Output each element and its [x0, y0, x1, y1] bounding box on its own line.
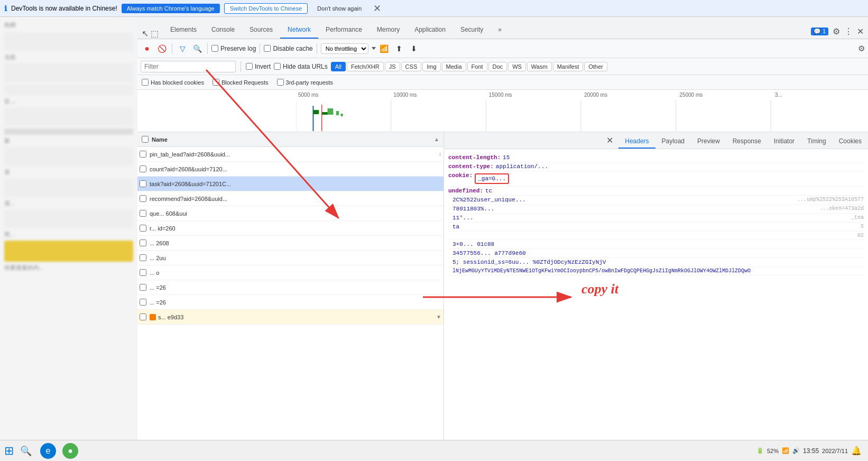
settings-icon[interactable]: ⚙	[833, 26, 840, 36]
network-row-8[interactable]: ... o	[137, 265, 444, 280]
detail-content[interactable]: content-length: 15 content-type: applica…	[444, 149, 868, 461]
row-9-checkbox[interactable]	[140, 284, 146, 291]
tab-bar: ↖ ⬚ Elements Console Sources Network Per…	[137, 17, 868, 39]
download-icon[interactable]: ⬇	[408, 42, 420, 55]
row-10-name: ... =26	[150, 299, 441, 306]
filter-wasm[interactable]: Wasm	[527, 62, 552, 71]
invert-checkbox[interactable]	[246, 63, 253, 70]
filter-manifest[interactable]: Manifest	[553, 62, 584, 71]
invert-label[interactable]: Invert	[246, 63, 271, 70]
select-all-checkbox[interactable]	[142, 136, 149, 143]
detail-tab-response[interactable]: Response	[726, 135, 768, 149]
filter-img[interactable]: Img	[422, 62, 440, 71]
network-row-7[interactable]: ... 2uu	[137, 251, 444, 265]
detail-tab-timing[interactable]: Timing	[801, 135, 833, 149]
filter-doc[interactable]: Doc	[488, 62, 507, 71]
preserve-log-label[interactable]: Preserve log	[211, 45, 256, 52]
upload-icon[interactable]: ⬆	[393, 42, 405, 55]
disable-cache-checkbox[interactable]	[264, 45, 271, 52]
tab-more[interactable]: »	[491, 22, 509, 39]
header-value-4: 2C%2522user_unique... ...ump%2522%253A16…	[448, 196, 864, 205]
hide-data-urls-checkbox[interactable]	[274, 63, 281, 70]
filter-js[interactable]: JS	[385, 62, 400, 71]
scroll-up-icon[interactable]: ▲	[434, 136, 439, 142]
tab-application[interactable]: Application	[407, 22, 453, 39]
filter-font[interactable]: Font	[467, 62, 487, 71]
preserve-log-checkbox[interactable]	[211, 45, 218, 52]
row-3-checkbox[interactable]	[140, 195, 146, 202]
network-row-2[interactable]: task?aid=2608&uuid=71201C...	[137, 177, 444, 191]
filter-input[interactable]	[141, 61, 236, 72]
third-party-label[interactable]: 3rd-party requests	[277, 79, 333, 86]
filter-ws[interactable]: WS	[508, 62, 526, 71]
row-4-checkbox[interactable]	[140, 210, 146, 217]
record-button[interactable]: ●	[141, 42, 153, 55]
network-row-1[interactable]: count?aid=2608&uuid=7120...	[137, 162, 444, 177]
third-party-checkbox[interactable]	[277, 79, 284, 86]
network-row-5[interactable]: r... id=260	[137, 221, 444, 236]
match-language-button[interactable]: Always match Chrome's language	[122, 4, 220, 13]
detail-tab-payload[interactable]: Payload	[655, 135, 691, 149]
filter-all[interactable]: All	[331, 62, 346, 71]
chat-badge[interactable]: 💬 1	[811, 27, 828, 35]
devtools-close-icon[interactable]: ✕	[857, 26, 864, 36]
row-1-checkbox[interactable]	[140, 165, 146, 172]
tab-elements[interactable]: Elements	[163, 22, 204, 39]
tab-performance[interactable]: Performance	[318, 22, 370, 39]
disable-cache-label[interactable]: Disable cache	[264, 45, 312, 52]
network-row-10[interactable]: ... =26	[137, 295, 444, 310]
switch-devtools-button[interactable]: Switch DevTools to Chinese	[224, 3, 308, 14]
infobar-close-icon[interactable]: ✕	[373, 3, 381, 14]
blocked-requests-label[interactable]: Blocked Requests	[213, 79, 269, 86]
network-row-11[interactable]: s... e9d33 ▼	[137, 310, 444, 325]
network-row-6[interactable]: ... 2608	[137, 236, 444, 251]
filter-css[interactable]: CSS	[401, 62, 422, 71]
network-rows[interactable]: pin_tab_lead?aid=2608&uuid... ↕ count?ai…	[137, 147, 444, 446]
row-0-checkbox[interactable]	[140, 151, 146, 158]
detail-tab-initiator[interactable]: Initiator	[768, 135, 801, 149]
wifi-icon[interactable]: 📶	[378, 42, 391, 55]
detail-tab-headers[interactable]: Headers	[618, 135, 655, 149]
search-box[interactable]: 🔍	[20, 445, 32, 457]
chrome-icon[interactable]: ●	[62, 443, 78, 459]
filter-media[interactable]: Media	[442, 62, 466, 71]
filter-other[interactable]: Other	[584, 62, 607, 71]
row-6-checkbox[interactable]	[140, 239, 146, 246]
has-blocked-cookies-checkbox[interactable]	[142, 79, 149, 86]
network-row-0[interactable]: pin_tab_lead?aid=2608&uuid... ↕	[137, 147, 444, 162]
network-row-4[interactable]: que... 608&uui	[137, 206, 444, 221]
search-button[interactable]: 🔍	[191, 42, 204, 55]
notification-icon[interactable]: 🔔	[851, 446, 862, 456]
header-value-14-text: 34577556... a777d9e60	[453, 250, 526, 256]
blocked-requests-checkbox[interactable]	[213, 79, 219, 86]
tab-sources[interactable]: Sources	[242, 22, 280, 39]
tab-network[interactable]: Network	[280, 22, 318, 39]
detail-tab-cookies[interactable]: Cookies	[833, 135, 868, 149]
row-2-checkbox[interactable]	[140, 180, 146, 187]
has-blocked-cookies-label[interactable]: Has blocked cookies	[142, 79, 204, 86]
device-icon[interactable]: ⬚	[151, 29, 159, 39]
row-7-checkbox[interactable]	[140, 254, 146, 261]
network-row-9[interactable]: ... =26	[137, 280, 444, 295]
throttle-select[interactable]: No throttling	[321, 43, 368, 54]
filter-fetch-xhr[interactable]: Fetch/XHR	[347, 62, 384, 71]
row-5-checkbox[interactable]	[140, 225, 146, 232]
edge-icon[interactable]: e	[40, 443, 56, 459]
dont-show-button[interactable]: Don't show again	[312, 4, 367, 13]
filter-icon[interactable]: ▽	[176, 42, 189, 55]
tab-console[interactable]: Console	[204, 22, 242, 39]
cursor-icon[interactable]: ↖	[142, 29, 149, 39]
row-11-checkbox[interactable]	[140, 314, 146, 320]
row-10-checkbox[interactable]	[140, 299, 146, 306]
detail-close-icon[interactable]: ✕	[601, 135, 618, 145]
hide-data-urls-label[interactable]: Hide data URLs	[274, 63, 328, 70]
detail-tab-preview[interactable]: Preview	[691, 135, 726, 149]
windows-icon[interactable]: ⊞	[4, 444, 14, 458]
tab-security[interactable]: Security	[453, 22, 491, 39]
network-settings-icon[interactable]: ⚙	[858, 44, 865, 53]
network-row-3[interactable]: recommend?aid=2608&uuid...	[137, 191, 444, 206]
more-icon[interactable]: ⋮	[844, 26, 853, 36]
clear-button[interactable]: 🚫	[155, 42, 168, 55]
tab-memory[interactable]: Memory	[370, 22, 407, 39]
row-8-checkbox[interactable]	[140, 269, 146, 276]
